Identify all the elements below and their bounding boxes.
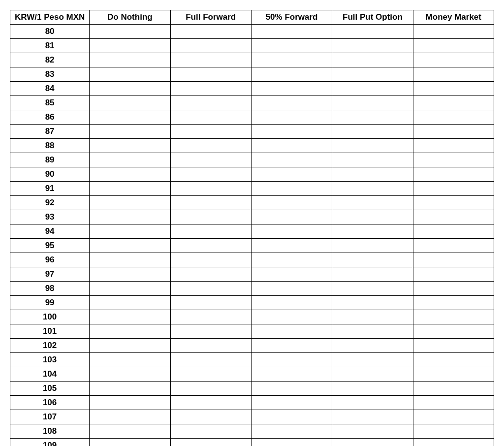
value-cell bbox=[251, 439, 332, 446]
value-cell bbox=[170, 353, 251, 367]
value-cell bbox=[332, 324, 413, 339]
value-cell bbox=[251, 67, 332, 82]
value-cell bbox=[332, 353, 413, 367]
value-cell bbox=[332, 53, 413, 67]
table-row: 80 bbox=[10, 25, 494, 39]
table-row: 103 bbox=[10, 353, 494, 367]
value-cell bbox=[90, 25, 170, 39]
rate-cell: 89 bbox=[10, 153, 90, 167]
value-cell bbox=[251, 96, 332, 110]
value-cell bbox=[251, 353, 332, 367]
rate-cell: 104 bbox=[10, 367, 90, 382]
header-do-nothing: Do Nothing bbox=[90, 10, 170, 25]
value-cell bbox=[170, 182, 251, 196]
value-cell bbox=[332, 139, 413, 153]
value-cell bbox=[170, 110, 251, 125]
value-cell bbox=[332, 39, 413, 53]
value-cell bbox=[251, 210, 332, 224]
value-cell bbox=[332, 196, 413, 210]
value-cell bbox=[170, 296, 251, 310]
value-cell bbox=[170, 310, 251, 324]
table-row: 85 bbox=[10, 96, 494, 110]
table-row: 95 bbox=[10, 239, 494, 253]
value-cell bbox=[170, 339, 251, 353]
value-cell bbox=[332, 424, 413, 439]
table-row: 100 bbox=[10, 310, 494, 324]
value-cell bbox=[90, 167, 170, 182]
value-cell bbox=[170, 125, 251, 139]
value-cell bbox=[332, 296, 413, 310]
value-cell bbox=[170, 382, 251, 396]
value-cell bbox=[413, 439, 494, 446]
rate-cell: 86 bbox=[10, 110, 90, 125]
value-cell bbox=[332, 382, 413, 396]
value-cell bbox=[251, 196, 332, 210]
value-cell bbox=[90, 153, 170, 167]
table-row: 102 bbox=[10, 339, 494, 353]
value-cell bbox=[90, 253, 170, 267]
value-cell bbox=[332, 96, 413, 110]
value-cell bbox=[332, 282, 413, 296]
value-cell bbox=[170, 25, 251, 39]
table-row: 108 bbox=[10, 424, 494, 439]
value-cell bbox=[170, 96, 251, 110]
value-cell bbox=[413, 382, 494, 396]
value-cell bbox=[170, 67, 251, 82]
value-cell bbox=[90, 382, 170, 396]
value-cell bbox=[413, 224, 494, 239]
value-cell bbox=[90, 139, 170, 153]
value-cell bbox=[170, 439, 251, 446]
value-cell bbox=[413, 125, 494, 139]
value-cell bbox=[90, 267, 170, 282]
header-row: KRW/1 Peso MXN Do Nothing Full Forward 5… bbox=[10, 10, 494, 25]
value-cell bbox=[170, 153, 251, 167]
value-cell bbox=[90, 439, 170, 446]
value-cell bbox=[90, 339, 170, 353]
rate-cell: 84 bbox=[10, 82, 90, 96]
table-row: 105 bbox=[10, 382, 494, 396]
value-cell bbox=[251, 267, 332, 282]
hedging-table: KRW/1 Peso MXN Do Nothing Full Forward 5… bbox=[10, 10, 494, 446]
rate-cell: 92 bbox=[10, 196, 90, 210]
table-row: 84 bbox=[10, 82, 494, 96]
table-row: 98 bbox=[10, 282, 494, 296]
value-cell bbox=[251, 396, 332, 410]
value-cell bbox=[170, 53, 251, 67]
value-cell bbox=[251, 182, 332, 196]
rate-cell: 102 bbox=[10, 339, 90, 353]
value-cell bbox=[251, 282, 332, 296]
value-cell bbox=[170, 267, 251, 282]
table-row: 101 bbox=[10, 324, 494, 339]
value-cell bbox=[90, 367, 170, 382]
value-cell bbox=[332, 410, 413, 424]
rate-cell: 95 bbox=[10, 239, 90, 253]
value-cell bbox=[413, 139, 494, 153]
value-cell bbox=[170, 196, 251, 210]
value-cell bbox=[413, 410, 494, 424]
rate-cell: 90 bbox=[10, 167, 90, 182]
value-cell bbox=[170, 224, 251, 239]
table-header: KRW/1 Peso MXN Do Nothing Full Forward 5… bbox=[10, 10, 494, 25]
value-cell bbox=[413, 96, 494, 110]
rate-cell: 93 bbox=[10, 210, 90, 224]
rate-cell: 103 bbox=[10, 353, 90, 367]
table-row: 109 bbox=[10, 439, 494, 446]
value-cell bbox=[413, 82, 494, 96]
value-cell bbox=[332, 125, 413, 139]
value-cell bbox=[413, 367, 494, 382]
value-cell bbox=[170, 167, 251, 182]
value-cell bbox=[332, 396, 413, 410]
value-cell bbox=[413, 253, 494, 267]
value-cell bbox=[332, 167, 413, 182]
value-cell bbox=[251, 167, 332, 182]
value-cell bbox=[332, 182, 413, 196]
value-cell bbox=[90, 53, 170, 67]
value-cell bbox=[251, 25, 332, 39]
value-cell bbox=[332, 67, 413, 82]
value-cell bbox=[413, 296, 494, 310]
value-cell bbox=[332, 224, 413, 239]
value-cell bbox=[332, 153, 413, 167]
value-cell bbox=[413, 239, 494, 253]
value-cell bbox=[413, 153, 494, 167]
value-cell bbox=[413, 167, 494, 182]
